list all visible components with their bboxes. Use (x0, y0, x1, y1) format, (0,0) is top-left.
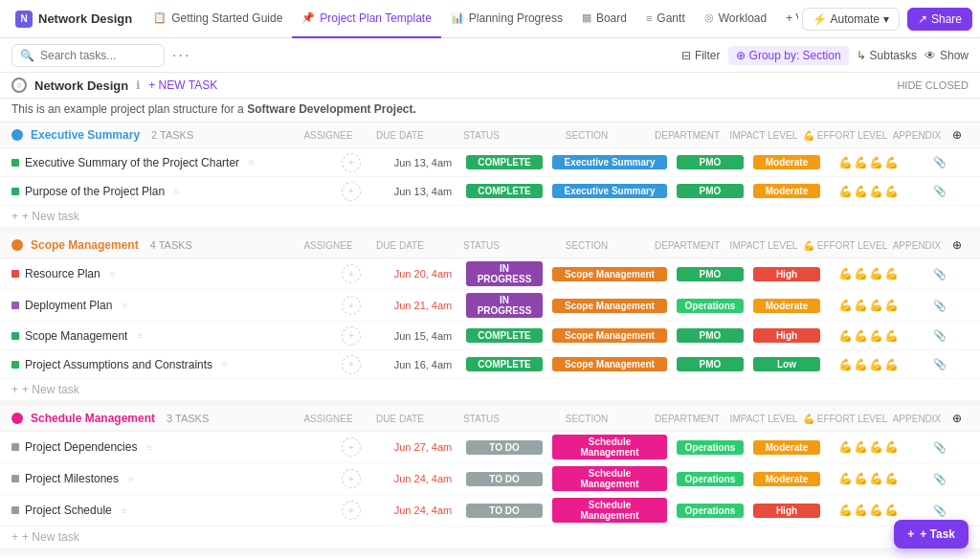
task-due-date: Jun 21, 4am (385, 300, 461, 311)
tab-gantt[interactable]: ≡ Gantt (636, 0, 695, 38)
tab-board[interactable]: ▦ Board (572, 0, 636, 38)
effort-icon: 💪 (854, 267, 868, 280)
task-row[interactable]: Project Dependencies ≡ + Jun 27, 4am TO … (0, 432, 980, 463)
task-row[interactable]: Executive Summary of the Project Charter… (0, 148, 980, 177)
tab-add-view[interactable]: + View (776, 0, 797, 38)
show-button[interactable]: 👁 Show (924, 49, 969, 62)
col-effort-header: 💪EFFORT LEVEL (802, 240, 888, 251)
effort-icon: 💪 (884, 299, 899, 312)
appendix-icon: 📎 (933, 156, 947, 168)
assign-button[interactable]: + (342, 326, 361, 346)
more-options-icon[interactable]: ··· (172, 47, 190, 64)
section-badge: Schedule Management (552, 435, 667, 459)
group-by-button[interactable]: ⊕ Group by: Section (728, 46, 849, 65)
effort-icon: 💪 (884, 440, 899, 454)
effort-icon: 💪 (854, 504, 868, 517)
task-status: COMPLETE (461, 328, 547, 343)
search-input[interactable] (40, 49, 145, 62)
assign-button[interactable]: + (342, 296, 361, 315)
effort-icon: 💪 (869, 440, 883, 454)
appendix-icon: 📎 (933, 300, 947, 312)
tab-icon: 📌 (301, 11, 315, 24)
automate-icon: ⚡ (813, 12, 827, 26)
assign-button[interactable]: + (342, 264, 361, 283)
task-row[interactable]: Project Assumptions and Constraints ≡ + … (0, 350, 980, 379)
task-dept: Operations (672, 504, 748, 518)
task-row[interactable]: Purpose of the Project Plan ≡ + Jun 13, … (0, 177, 980, 206)
status-badge: IN PROGRESS (466, 293, 543, 318)
task-appendix: 📎 (911, 268, 969, 280)
assign-button[interactable]: + (342, 153, 361, 172)
section-dot (11, 413, 23, 424)
new-task-row[interactable]: ++ New task (0, 206, 980, 227)
effort-icon: 💪 (838, 299, 853, 312)
app-logo[interactable]: N Network Design (8, 11, 140, 28)
col-dept-header: DEPARTMENT (649, 240, 725, 251)
tab-planning-progress[interactable]: 📊 Planning Progress (441, 0, 572, 38)
task-name: Project Assumptions and Constraints (25, 358, 212, 371)
task-name: Deployment Plan (25, 299, 112, 312)
filter-button[interactable]: ⊟ Filter (681, 49, 721, 62)
hide-closed-button[interactable]: HIDE CLOSED (897, 79, 969, 91)
assign-button[interactable]: + (342, 437, 361, 457)
automate-button[interactable]: ⚡ Automate ▾ (802, 8, 900, 31)
project-info-icon[interactable]: ℹ (136, 78, 141, 92)
tab-workload[interactable]: ◎ Workload (695, 0, 776, 38)
assign-button[interactable]: + (342, 469, 361, 488)
tab-project-plan[interactable]: 📌 Project Plan Template (292, 0, 441, 38)
subtasks-button[interactable]: ↳ Subtasks (857, 49, 917, 62)
add-task-float-button[interactable]: + + Task (894, 520, 969, 549)
tab-getting-started[interactable]: 📋 Getting Started Guide (144, 0, 292, 38)
task-info: Deployment Plan ≡ (11, 299, 318, 312)
task-comment-icon: ≡ (110, 269, 116, 280)
appendix-icon: 📎 (933, 358, 947, 370)
assign-button[interactable]: + (342, 501, 361, 520)
assign-button[interactable]: + (342, 182, 361, 201)
col-add-header[interactable]: ⊕ (946, 412, 969, 425)
section-name: Executive Summary (31, 128, 140, 142)
section-badge: Executive Summary (552, 184, 667, 198)
impact-badge: Moderate (753, 184, 820, 198)
task-effort: 💪💪💪💪 (825, 156, 911, 169)
share-button[interactable]: ↗ Share (907, 8, 972, 31)
task-info: Purpose of the Project Plan ≡ (11, 185, 318, 198)
col-impact-header: IMPACT LEVEL (725, 414, 802, 424)
task-row[interactable]: Project Milestones ≡ + Jun 24, 4am TO DO… (0, 463, 980, 495)
tab-icon: 📊 (451, 11, 464, 24)
col-add-header[interactable]: ⊕ (946, 128, 969, 142)
effort-icon: 💪 (869, 329, 883, 343)
task-status: IN PROGRESS (461, 261, 547, 286)
section-badge: Scope Management (552, 357, 667, 371)
section-header-executive-summary: Executive Summary 2 TASKS ASSIGNEE DUE D… (0, 123, 980, 148)
section-count: 2 TASKS (151, 129, 193, 141)
search-box[interactable]: 🔍 (11, 44, 165, 67)
task-info: Project Assumptions and Constraints ≡ (11, 358, 318, 371)
task-row[interactable]: Deployment Plan ≡ + Jun 21, 4am IN PROGR… (0, 290, 980, 322)
toolbar-right: ⊟ Filter ⊕ Group by: Section ↳ Subtasks … (681, 46, 969, 65)
task-due-date: Jun 15, 4am (385, 330, 461, 342)
col-add-header[interactable]: ⊕ (946, 238, 969, 252)
task-color-dot (11, 332, 19, 340)
task-due-date: Jun 27, 4am (385, 441, 461, 453)
effort-icon: 💪 (854, 329, 868, 343)
task-assignee: + (318, 264, 385, 283)
task-row[interactable]: Project Schedule ≡ + Jun 24, 4am TO DO S… (0, 495, 980, 526)
dept-badge: PMO (677, 357, 744, 371)
status-badge: IN PROGRESS (466, 261, 543, 286)
task-comment-icon: ≡ (128, 474, 134, 484)
impact-badge: High (753, 328, 820, 343)
task-row[interactable]: Resource Plan ≡ + Jun 20, 4am IN PROGRES… (0, 258, 980, 290)
task-status: TO DO (461, 504, 547, 518)
new-task-row[interactable]: ++ New task (0, 526, 980, 548)
section-badge: Schedule Management (552, 498, 667, 523)
effort-icon: 💪 (884, 358, 899, 371)
share-icon: ↗ (918, 12, 927, 26)
nav-right: ⚡ Automate ▾ ↗ Share (802, 8, 972, 31)
project-title-row: ○ Network Design ℹ + NEW TASK (11, 78, 217, 93)
project-circle-icon: ○ (11, 78, 27, 93)
assign-button[interactable]: + (342, 355, 361, 374)
task-status: TO DO (461, 472, 547, 486)
task-row[interactable]: Scope Management ≡ + Jun 15, 4am COMPLET… (0, 322, 980, 350)
new-task-row[interactable]: ++ New task (0, 379, 980, 400)
new-task-button[interactable]: + NEW TASK (148, 78, 217, 92)
